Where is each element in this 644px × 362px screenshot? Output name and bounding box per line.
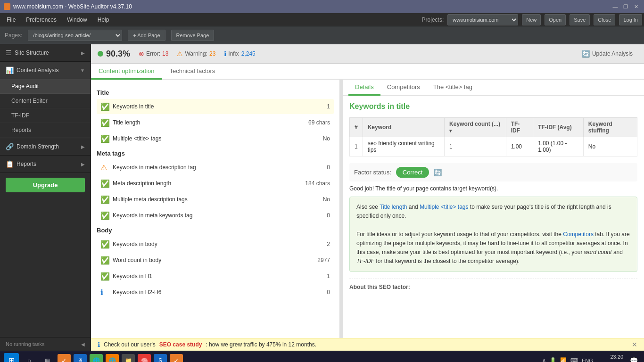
factor-row-kw-h1[interactable]: ✅ Keywords in H1 1 bbox=[97, 269, 334, 284]
menu-help[interactable]: Help bbox=[93, 15, 114, 25]
sidebar-item-content-analysis[interactable]: 📊 Content Analysis ▼ bbox=[0, 62, 91, 79]
sidebar-item-reports-2[interactable]: 📋 Reports ▶ bbox=[0, 156, 91, 173]
taskbar-app-5[interactable]: 📁 bbox=[122, 354, 135, 362]
factor-row-kw-h2h6[interactable]: ℹ Keywords in H2-H6 0 bbox=[97, 285, 334, 300]
title-length-link[interactable]: Title length bbox=[380, 204, 407, 210]
factor-status-label: Factor status: bbox=[354, 169, 391, 176]
factor-value-1: 1 bbox=[327, 103, 330, 110]
close-button[interactable]: ✕ bbox=[632, 2, 640, 11]
multiple-title-tags-link[interactable]: Multiple <title> tags bbox=[420, 204, 468, 210]
factor-name-10: Keywords in H1 bbox=[113, 273, 327, 280]
factor-row-title-length[interactable]: ✅ Title length 69 chars bbox=[97, 115, 334, 130]
taskbar-app-4[interactable]: 🌐 bbox=[106, 354, 119, 362]
factor-row-meta-desc-len[interactable]: ✅ Meta description length 184 chars bbox=[97, 176, 334, 191]
factor-row-multiple-meta-desc[interactable]: ✅ Multiple meta description tags No bbox=[97, 192, 334, 207]
green-check-icon-9: ✅ bbox=[100, 256, 109, 264]
factor-name-7: Keywords in meta keywords tag bbox=[113, 212, 327, 219]
taskbar-notification-icon[interactable]: 💬 bbox=[627, 354, 640, 362]
tab-content-optimization[interactable]: Content optimization bbox=[91, 64, 162, 80]
titlebar-controls[interactable]: — ❐ ✕ bbox=[611, 2, 640, 11]
page-url-select[interactable]: /blogs/writing-seo-article/ bbox=[28, 30, 122, 41]
sidebar-item-site-structure[interactable]: ☰ Site Structure ▶ bbox=[0, 44, 91, 62]
taskbar-search-icon[interactable]: ○ bbox=[22, 353, 37, 362]
save-button[interactable]: Save bbox=[570, 14, 590, 25]
pages-label: Pages: bbox=[5, 32, 22, 39]
details-tab-details[interactable]: Details bbox=[348, 80, 380, 96]
content-analysis-icon: 📊 bbox=[6, 66, 14, 74]
sidebar-item-reports-1[interactable]: Reports bbox=[0, 123, 91, 138]
factor-row-multiple-title[interactable]: ✅ Multiple <title> tags No bbox=[97, 131, 334, 146]
taskbar-time: 23:20 bbox=[597, 354, 623, 360]
taskbar-app-7[interactable]: S bbox=[154, 354, 167, 362]
warning-label: Warning: bbox=[185, 50, 207, 57]
sidebar-label-page-audit: Page Audit bbox=[11, 83, 39, 90]
row-stuffing: No bbox=[583, 137, 637, 156]
sidebar-item-content-editor[interactable]: Content Editor bbox=[0, 94, 91, 108]
sidebar-item-label-site-structure: Site Structure bbox=[15, 49, 49, 56]
maximize-button[interactable]: ❐ bbox=[621, 2, 630, 11]
col-stuffing: Keyword stuffing bbox=[583, 118, 637, 137]
notification-close-button[interactable]: ✕ bbox=[632, 341, 637, 348]
score-display: 90.3% bbox=[98, 49, 130, 59]
factor-name-11: Keywords in H2-H6 bbox=[113, 289, 327, 296]
no-running-tasks-text: No running tasks bbox=[6, 341, 45, 347]
close-project-button[interactable]: Close bbox=[594, 14, 615, 25]
taskbar-app-3[interactable]: 🌐 bbox=[90, 354, 103, 362]
col-tfidf: TF-IDF bbox=[506, 118, 533, 137]
sidebar-bottom: No running tasks ◀ bbox=[0, 337, 91, 351]
warning-badge: ⚠ Warning: 23 bbox=[177, 50, 215, 58]
refresh-factor-icon[interactable]: 🔄 bbox=[434, 169, 442, 176]
refresh-icon: 🔄 bbox=[582, 50, 590, 58]
new-button[interactable]: New bbox=[522, 14, 541, 25]
taskbar-app-6[interactable]: 🧠 bbox=[138, 354, 151, 362]
factor-value-9: 2977 bbox=[317, 257, 330, 263]
factor-name-6: Multiple meta description tags bbox=[113, 196, 323, 203]
score-value: 90.3% bbox=[106, 49, 130, 59]
tray-chevron-up-icon[interactable]: ∧ bbox=[542, 357, 546, 362]
domain-strength-icon: 🔗 bbox=[6, 143, 14, 150]
factor-row-kw-body[interactable]: ✅ Keywords in body 2 bbox=[97, 237, 334, 252]
factor-row-word-count-body[interactable]: ✅ Word count in body 2977 bbox=[97, 253, 334, 268]
col-keyword: Keyword bbox=[363, 118, 444, 137]
factor-row-keywords-in-title[interactable]: ✅ Keywords in title 1 bbox=[97, 99, 334, 114]
about-factor-title: About this SEO factor: bbox=[349, 284, 637, 290]
factors-pane: Title ✅ Keywords in title 1 ✅ Title leng… bbox=[91, 80, 340, 338]
details-tab-title-tag[interactable]: The <title> tag bbox=[427, 80, 479, 96]
sidebar-item-tf-idf[interactable]: TF-IDF bbox=[0, 108, 91, 123]
factor-row-kw-meta-keywords[interactable]: ✅ Keywords in meta keywords tag 0 bbox=[97, 208, 334, 223]
info-label: Info: bbox=[228, 50, 239, 57]
factor-row-kw-meta-desc[interactable]: ⚠ Keywords in meta description tag 0 bbox=[97, 160, 334, 175]
tray-battery-icon: 🔋 bbox=[550, 357, 556, 362]
menu-window[interactable]: Window bbox=[62, 15, 92, 25]
taskbar-app-2[interactable]: 🖥 bbox=[74, 354, 87, 362]
projects-select[interactable]: www.mobisium.com bbox=[447, 14, 518, 25]
green-check-icon-5: ✅ bbox=[100, 179, 109, 188]
green-check-icon-7: ✅ bbox=[100, 211, 109, 220]
tab-technical-factors[interactable]: Technical factors bbox=[162, 64, 223, 80]
start-button[interactable]: ⊞ bbox=[4, 353, 19, 362]
upgrade-button[interactable]: Upgrade bbox=[6, 178, 85, 192]
open-button[interactable]: Open bbox=[545, 14, 566, 25]
main-layout: ☰ Site Structure ▶ 📊 Content Analysis ▼ … bbox=[0, 44, 644, 351]
remove-page-button[interactable]: Remove Page bbox=[171, 30, 215, 41]
update-analysis-button[interactable]: 🔄 Update Analysis bbox=[577, 48, 637, 59]
details-tabs: Details Competitors The <title> tag bbox=[343, 80, 644, 96]
details-tab-competitors[interactable]: Competitors bbox=[380, 80, 427, 96]
info-count: 2,245 bbox=[241, 50, 256, 57]
taskbar-app-8[interactable]: ✓ bbox=[170, 354, 183, 362]
competitors-tab-link[interactable]: Competitors bbox=[563, 231, 594, 238]
sidebar-item-page-audit[interactable]: Page Audit bbox=[0, 79, 91, 94]
sidebar-label-content-editor: Content Editor bbox=[11, 98, 48, 104]
factor-value-6: No bbox=[323, 196, 330, 203]
menu-file[interactable]: File bbox=[2, 15, 20, 25]
sidebar-item-domain-strength[interactable]: 🔗 Domain Strength ▶ bbox=[0, 138, 91, 156]
minimize-button[interactable]: — bbox=[611, 2, 619, 11]
taskbar-task-view-icon[interactable]: ▦ bbox=[40, 353, 55, 362]
taskbar-app-1[interactable]: ✓ bbox=[58, 354, 71, 362]
menu-preferences[interactable]: Preferences bbox=[21, 15, 61, 25]
seo-case-study-link[interactable]: SEO case study bbox=[159, 341, 202, 348]
sidebar-collapse-icon[interactable]: ◀ bbox=[81, 342, 85, 347]
login-button[interactable]: Log In bbox=[619, 14, 642, 25]
add-page-button[interactable]: + Add Page bbox=[128, 30, 165, 41]
col-keyword-count[interactable]: Keyword count (...) bbox=[445, 118, 506, 137]
